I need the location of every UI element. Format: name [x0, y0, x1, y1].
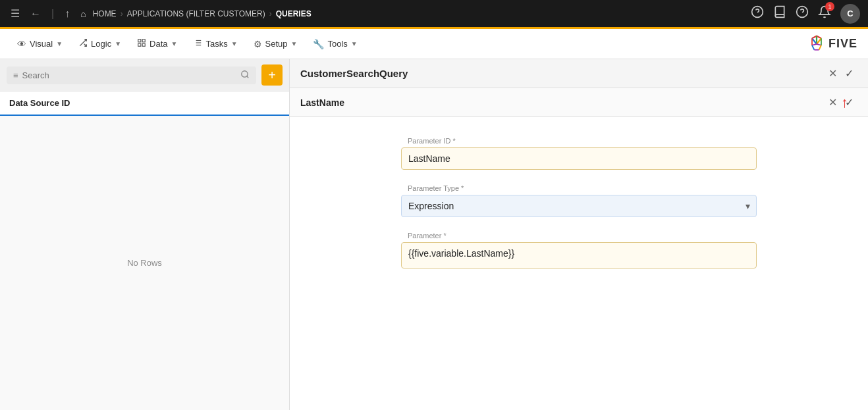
menu-data[interactable]: Data ▼: [130, 34, 184, 53]
menu-icon[interactable]: ☰: [8, 5, 22, 22]
top-bar-actions: 1 C: [751, 4, 860, 24]
parameter-type-select-wrapper: Expression Value Session Variable ▾: [401, 195, 757, 217]
notification-icon[interactable]: 1: [818, 5, 831, 22]
left-panel: ≡ + Data Source ID No Rows: [0, 59, 290, 410]
visual-icon: 👁: [17, 39, 26, 49]
query-confirm-button[interactable]: ✓: [841, 66, 857, 81]
menu-bar: 👁 Visual ▼ Logic ▼ Data ▼ Tasks ▼ ⚙ Setu…: [0, 29, 868, 59]
logic-icon: [78, 38, 88, 49]
breadcrumb-app[interactable]: APPLICATIONS (FILTER CUSTOMER): [127, 9, 265, 18]
search-input-wrapper[interactable]: ≡: [7, 66, 256, 84]
left-panel-content: No Rows: [0, 116, 289, 410]
breadcrumb: ⌂ HOME › APPLICATIONS (FILTER CUSTOMER) …: [78, 6, 746, 22]
tasks-icon: [193, 38, 202, 49]
breadcrumb-home[interactable]: HOME: [93, 9, 117, 18]
form-content: Parameter ID * Parameter Type * Expressi…: [290, 117, 868, 410]
parameter-id-input[interactable]: [401, 147, 757, 170]
left-panel-header: Data Source ID: [0, 91, 289, 116]
menu-visual-label: Visual: [30, 39, 53, 49]
divider-icon: |: [49, 5, 57, 22]
search-input[interactable]: [22, 70, 236, 80]
right-panel: CustomerSearchQuery ✕ ✓ LastName ✕ ↑ ✓ P…: [290, 59, 868, 410]
breadcrumb-sep-1: ›: [121, 9, 123, 18]
svg-rect-9: [142, 43, 145, 46]
filter-icon: ≡: [13, 70, 18, 80]
lastname-close-button[interactable]: ✕: [825, 95, 841, 110]
query-close-button[interactable]: ✕: [825, 66, 841, 81]
top-bar: ☰ ← | ↑ ⌂ HOME › APPLICATIONS (FILTER CU…: [0, 0, 868, 29]
books-icon[interactable]: [773, 5, 786, 22]
breadcrumb-sep-2: ›: [269, 9, 272, 18]
parameter-type-select[interactable]: Expression Value Session Variable: [401, 195, 757, 217]
search-icon: [240, 70, 250, 81]
query-header: CustomerSearchQuery ✕ ✓: [290, 59, 868, 88]
svg-point-17: [242, 70, 248, 76]
lastname-title: LastName: [300, 97, 825, 108]
setup-icon: ⚙: [254, 39, 262, 49]
menu-logic[interactable]: Logic ▼: [72, 34, 128, 53]
menu-setup[interactable]: ⚙ Setup ▼: [247, 35, 304, 53]
home-icon: ⌂: [78, 6, 88, 22]
menu-logic-label: Logic: [91, 39, 111, 49]
notification-badge: 1: [825, 2, 834, 11]
avatar[interactable]: C: [840, 4, 860, 24]
svg-rect-7: [142, 39, 145, 42]
data-source-id-label: Data Source ID: [9, 98, 70, 108]
no-rows-message: No Rows: [127, 258, 162, 268]
parameter-value-display[interactable]: {{five.variable.LastName}}: [401, 242, 757, 269]
data-icon: [137, 38, 146, 49]
parameter-type-label: Parameter Type *: [401, 180, 757, 193]
menu-data-label: Data: [149, 39, 167, 49]
menu-setup-label: Setup: [265, 39, 288, 49]
back-icon[interactable]: ←: [28, 5, 43, 22]
menu-tools[interactable]: 🔧 Tools ▼: [306, 35, 364, 53]
svg-line-18: [247, 76, 249, 78]
setup-chevron: ▼: [291, 40, 298, 47]
parameter-field: Parameter * {{five.variable.LastName}}: [401, 228, 757, 269]
logo-text: FIVE: [828, 37, 857, 51]
main-layout: ≡ + Data Source ID No Rows CustomerSearc…: [0, 59, 868, 410]
visual-chevron: ▼: [56, 40, 63, 47]
tasks-chevron: ▼: [231, 40, 238, 47]
tools-icon: 🔧: [313, 39, 324, 49]
svg-rect-6: [138, 39, 141, 42]
menu-visual[interactable]: 👁 Visual ▼: [11, 35, 69, 53]
svg-rect-8: [138, 43, 141, 46]
parameter-id-field: Parameter ID *: [401, 133, 757, 170]
menu-tasks[interactable]: Tasks ▼: [186, 34, 244, 53]
breadcrumb-queries[interactable]: QUERIES: [276, 9, 312, 18]
lastname-confirm-button[interactable]: ✓: [841, 95, 857, 110]
tools-chevron: ▼: [351, 40, 358, 47]
menu-tasks-label: Tasks: [205, 39, 227, 49]
parameter-label: Parameter *: [401, 228, 757, 241]
query-title: CustomerSearchQuery: [300, 68, 825, 79]
parameter-type-field: Parameter Type * Expression Value Sessio…: [401, 180, 757, 217]
data-chevron: ▼: [171, 40, 178, 47]
parameter-id-label: Parameter ID *: [401, 133, 757, 146]
help-icon[interactable]: [796, 5, 809, 22]
search-bar: ≡ +: [0, 59, 289, 91]
menu-tools-label: Tools: [327, 39, 347, 49]
logic-chevron: ▼: [115, 40, 121, 47]
five-logo: FIVE: [807, 35, 857, 53]
up-icon[interactable]: ↑: [62, 5, 72, 22]
support-icon[interactable]: [751, 5, 764, 22]
lastname-header: LastName ✕ ↑ ✓: [290, 88, 868, 117]
form-inner: Parameter ID * Parameter Type * Expressi…: [401, 133, 757, 269]
add-button[interactable]: +: [261, 64, 283, 86]
